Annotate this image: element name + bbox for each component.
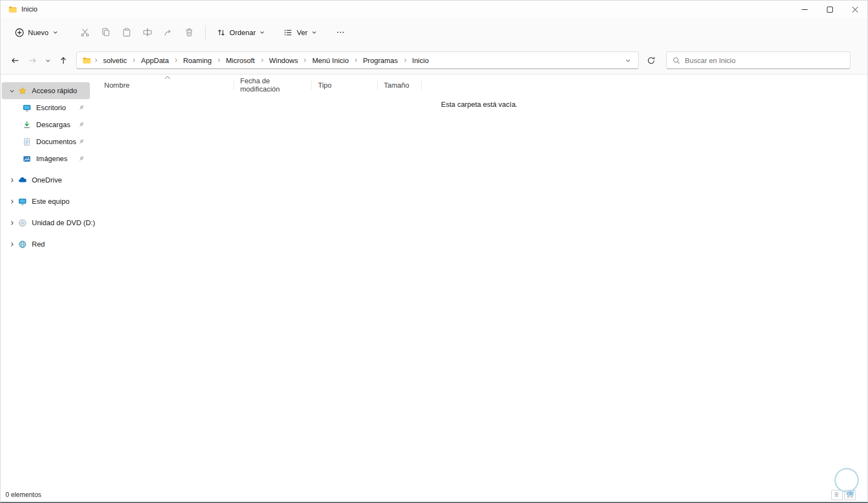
status-bar: 0 elementos [1,488,867,502]
navigation-pane: Acceso rápido Escritorio Descargas Docum… [1,75,91,488]
rename-button[interactable] [137,22,158,42]
breadcrumb-chevron-icon[interactable] [172,58,180,63]
breadcrumb-chevron-icon[interactable] [130,58,138,63]
sidebar-item-descargas[interactable]: Descargas [2,116,90,133]
breadcrumb-segment[interactable]: Roaming [180,54,215,67]
window-title: Inicio [21,5,37,13]
network-globe-icon [18,240,27,249]
more-options-icon [336,28,345,37]
chevron-down-icon [311,30,317,35]
column-header-fecha[interactable]: Fecha de modificación [234,81,312,90]
command-toolbar: Nuevo Ordenar Ver [1,18,867,47]
sidebar-item-imagenes[interactable]: Imágenes [2,150,90,167]
chevron-down-icon [53,30,58,35]
pin-icon [78,156,84,162]
sidebar-item-label: Escritorio [36,104,66,112]
breadcrumb-chevron-icon[interactable] [215,58,223,63]
close-icon [852,7,858,13]
up-arrow-icon [59,56,68,65]
cut-button[interactable] [75,22,95,42]
column-headers: Nombre Fecha de modificación Tipo Tamaño [98,78,422,92]
pin-icon [78,122,84,128]
items-count: 0 elementos [5,491,41,499]
sidebar-item-label: Unidad de DVD (D:) [32,219,95,227]
sort-button[interactable]: Ordenar [211,24,271,42]
details-view-button[interactable] [831,490,843,500]
search-box[interactable] [666,52,850,69]
breadcrumb-segment[interactable]: Inicio [409,54,432,67]
breadcrumb-segment[interactable]: Microsoft [223,54,258,67]
breadcrumb-chevron-icon[interactable] [401,58,409,63]
maximize-button[interactable] [817,1,842,18]
pin-icon [78,139,84,145]
breadcrumb-segment[interactable]: Windows [266,54,302,67]
minimize-button[interactable] [792,1,817,18]
breadcrumb-chevron-icon[interactable] [352,58,360,63]
sidebar-item-label: Descargas [36,121,70,129]
sidebar-item-este-equipo[interactable]: Este equipo [2,193,90,210]
breadcrumb: solvetic AppData Roaming Microsoft Windo… [92,54,432,67]
recent-locations-button[interactable] [41,52,54,69]
content-area: Acceso rápido Escritorio Descargas Docum… [1,75,867,488]
view-list-icon [283,28,293,37]
chevron-right-icon[interactable] [6,198,18,205]
navigation-bar: solvetic AppData Roaming Microsoft Windo… [1,47,867,75]
sidebar-item-documentos[interactable]: Documentos [2,133,90,150]
chevron-right-icon[interactable] [6,177,18,184]
delete-button[interactable] [179,22,200,42]
sidebar-item-onedrive[interactable]: OneDrive [2,172,90,188]
document-icon [22,138,31,146]
breadcrumb-segment[interactable]: Menú Inicio [309,54,351,67]
rename-icon [143,27,152,37]
column-header-nombre[interactable]: Nombre [98,81,234,90]
search-input[interactable] [685,56,844,65]
breadcrumb-segment[interactable]: AppData [138,54,172,67]
address-bar[interactable]: solvetic AppData Roaming Microsoft Windo… [76,52,639,69]
back-button[interactable] [6,52,24,69]
view-toggles [831,490,856,500]
address-dropdown-button[interactable] [621,53,635,67]
back-arrow-icon [10,56,20,65]
view-button-label: Ver [297,28,308,37]
forward-arrow-icon [28,56,37,65]
view-button[interactable]: Ver [278,24,322,42]
more-options-button[interactable] [330,22,351,42]
desktop-icon [22,104,31,112]
folder-icon [8,5,17,14]
refresh-button[interactable] [642,52,660,69]
close-button[interactable] [842,1,867,18]
new-button[interactable]: Nuevo [9,24,64,42]
file-explorer-window: { "window": { "title": "Inicio" }, "tool… [0,0,868,503]
sidebar-item-label: Imágenes [36,155,67,163]
sidebar-item-dvd-drive[interactable]: Unidad de DVD (D:) [2,214,90,231]
chevron-right-icon[interactable] [6,220,18,226]
sidebar-item-red[interactable]: Red [2,236,90,253]
breadcrumb-chevron-icon[interactable] [92,58,100,63]
copy-button[interactable] [95,22,116,42]
large-icons-view-button[interactable] [844,490,856,500]
empty-folder-message: Esta carpeta está vacía. [441,100,517,108]
paste-button[interactable] [116,22,137,42]
chevron-right-icon[interactable] [6,241,18,248]
sort-button-label: Ordenar [230,28,256,37]
share-icon [163,27,173,37]
star-icon [18,87,27,95]
chevron-down-icon[interactable] [6,88,18,94]
minimize-icon [802,7,808,13]
picture-icon [22,155,31,163]
up-button[interactable] [54,52,72,69]
sidebar-item-escritorio[interactable]: Escritorio [2,99,90,116]
forward-button[interactable] [24,52,41,69]
column-header-tipo[interactable]: Tipo [312,81,378,90]
column-header-tamano[interactable]: Tamaño [378,81,422,90]
trash-icon [184,27,194,37]
breadcrumb-chevron-icon[interactable] [258,58,266,63]
refresh-icon [646,56,656,65]
breadcrumb-segment[interactable]: solvetic [100,54,130,67]
cloud-icon [18,176,27,185]
titlebar: Inicio [1,1,867,18]
breadcrumb-segment[interactable]: Programas [360,54,401,67]
breadcrumb-chevron-icon[interactable] [301,58,309,63]
sidebar-item-quick-access[interactable]: Acceso rápido [2,82,90,99]
share-button[interactable] [158,22,179,42]
